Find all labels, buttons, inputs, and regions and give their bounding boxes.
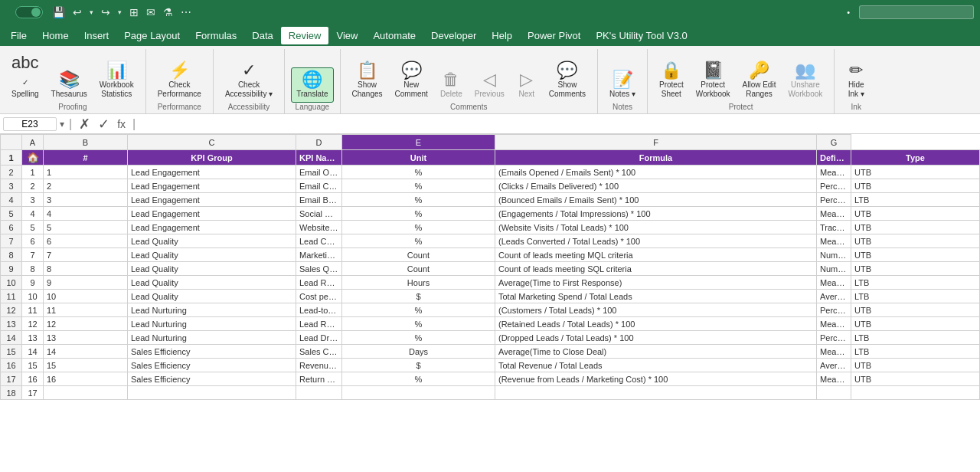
cell-A4[interactable]: 3 <box>22 193 44 207</box>
cell-C5[interactable]: Lead Engagement <box>128 207 296 221</box>
cell-C6[interactable]: Lead Engagement <box>128 221 296 234</box>
cell-A7[interactable]: 6 <box>22 234 44 248</box>
cell-B13[interactable]: 12 <box>44 317 128 331</box>
undo-dropdown-icon[interactable]: ▾ <box>87 7 96 18</box>
save-icon[interactable]: 💾 <box>49 5 68 20</box>
header-cell-3[interactable]: Unit <box>342 150 495 166</box>
spelling-button[interactable]: abc✓ Spelling <box>6 51 44 103</box>
cell-H15[interactable]: LTB <box>851 345 980 359</box>
redo-dropdown-icon[interactable]: ▾ <box>115 7 125 18</box>
menu-automate[interactable]: Automate <box>365 27 423 44</box>
cell-D8[interactable]: Marketing Qualified Leads (MQL) <box>296 248 342 262</box>
cell-G2[interactable]: Measures the percentage of recipients wh… <box>817 166 851 179</box>
header-cell-0[interactable]: # <box>44 150 128 166</box>
cell-G12[interactable]: Percentage of nurtured leads that become… <box>817 303 851 317</box>
cell-E17[interactable]: % <box>342 372 495 386</box>
cell-H3[interactable]: UTB <box>851 179 980 193</box>
cell-H4[interactable]: LTB <box>851 193 980 207</box>
notes-button[interactable]: 📝 Notes ▾ <box>604 67 641 103</box>
protect-workbook-button[interactable]: 📓 Protect Workbook <box>691 58 736 103</box>
header-cell-2[interactable]: KPI Name <box>296 150 342 166</box>
menu-power-pivot[interactable]: Power Pivot <box>520 27 588 44</box>
cell-H18[interactable] <box>851 386 980 400</box>
next-comment-button[interactable]: ▷ Next <box>511 67 542 103</box>
delete-comment-button[interactable]: 🗑 Delete <box>435 67 468 103</box>
row-num-6[interactable]: 6 <box>1 221 22 234</box>
cell-A13[interactable]: 12 <box>22 317 44 331</box>
cell-A6[interactable]: 5 <box>22 221 44 234</box>
cell-C14[interactable]: Lead Nurturing <box>128 331 296 345</box>
cell-F5[interactable]: (Engagements / Total Impressions) * 100 <box>495 207 817 221</box>
col-header-c[interactable]: C <box>128 135 296 150</box>
cell-E8[interactable]: Count <box>342 248 495 262</box>
cell-D13[interactable]: Lead Retention Rate <box>296 317 342 331</box>
cell-D10[interactable]: Lead Response Time <box>296 276 342 290</box>
row-num-2[interactable]: 2 <box>1 166 22 179</box>
cell-C15[interactable]: Sales Efficiency <box>128 345 296 359</box>
row-num-header[interactable]: 1 <box>1 150 22 166</box>
cell-D16[interactable]: Revenue per Lead <box>296 359 342 372</box>
cell-D12[interactable]: Lead-to-Customer Conversion <box>296 303 342 317</box>
cell-B11[interactable]: 10 <box>44 290 128 303</box>
cell-G13[interactable]: Measures how many nurtured leads stay en… <box>817 317 851 331</box>
cell-C4[interactable]: Lead Engagement <box>128 193 296 207</box>
cell-F15[interactable]: Average(Time to Close Deal) <box>495 345 817 359</box>
cell-D9[interactable]: Sales Qualified Leads (SQL) <box>296 262 342 276</box>
cell-E4[interactable]: % <box>342 193 495 207</box>
show-comments-button[interactable]: 💬 Show Comments <box>544 58 591 103</box>
cell-reference[interactable] <box>3 117 57 131</box>
menu-view[interactable]: View <box>328 27 365 44</box>
more-icon[interactable]: ⋯ <box>178 5 194 20</box>
cell-A2[interactable]: 1 <box>22 166 44 179</box>
menu-help[interactable]: Help <box>484 27 520 44</box>
cell-G8[interactable]: Number of leads that meet predefined qua… <box>817 248 851 262</box>
cell-A17[interactable]: 16 <box>22 372 44 386</box>
row-num-5[interactable]: 5 <box>1 207 22 221</box>
cell-F7[interactable]: (Leads Converted / Total Leads) * 100 <box>495 234 817 248</box>
row-num-15[interactable]: 15 <box>1 345 22 359</box>
cancel-formula-icon[interactable]: ✗ <box>77 116 93 133</box>
cell-F4[interactable]: (Bounced Emails / Emails Sent) * 100 <box>495 193 817 207</box>
cell-G17[interactable]: Measures the effectiveness of marketing … <box>817 372 851 386</box>
cell-D6[interactable]: Website Visit Rate <box>296 221 342 234</box>
cell-C12[interactable]: Lead Nurturing <box>128 303 296 317</box>
cell-E7[interactable]: % <box>342 234 495 248</box>
cell-G10[interactable]: Measures the average time taken to respo… <box>817 276 851 290</box>
cell-B5[interactable]: 4 <box>44 207 128 221</box>
cell-D7[interactable]: Lead Conversion Rate <box>296 234 342 248</box>
cell-B4[interactable]: 3 <box>44 193 128 207</box>
cell-H8[interactable]: UTB <box>851 248 980 262</box>
cell-G5[interactable]: Measures audience interaction (likes, sh… <box>817 207 851 221</box>
col-header-e[interactable]: E <box>342 135 495 150</box>
cell-G7[interactable]: Measures the percentage of leads that tu… <box>817 234 851 248</box>
cell-D15[interactable]: Sales Cycle Length <box>296 345 342 359</box>
cell-H2[interactable]: UTB <box>851 166 980 179</box>
cell-F17[interactable]: (Revenue from Leads / Marketing Cost) * … <box>495 372 817 386</box>
grid-icon[interactable]: ⊞ <box>126 5 142 20</box>
menu-page-layout[interactable]: Page Layout <box>116 27 188 44</box>
cell-B18[interactable] <box>44 386 128 400</box>
workbook-statistics-button[interactable]: 📊 Workbook Statistics <box>94 58 139 103</box>
cell-A3[interactable]: 2 <box>22 179 44 193</box>
row-num-7[interactable]: 7 <box>1 234 22 248</box>
autosave-toggle[interactable] <box>15 6 43 18</box>
cell-B14[interactable]: 13 <box>44 331 128 345</box>
row-num-3[interactable]: 3 <box>1 179 22 193</box>
cell-A11[interactable]: 10 <box>22 290 44 303</box>
menu-insert[interactable]: Insert <box>77 27 117 44</box>
cell-B8[interactable]: 7 <box>44 248 128 262</box>
row-num-16[interactable]: 16 <box>1 359 22 372</box>
cell-C2[interactable]: Lead Engagement <box>128 166 296 179</box>
cell-G4[interactable]: Percentage of emails that were not deliv… <box>817 193 851 207</box>
cell-G9[interactable]: Number of leads ready for direct sales c… <box>817 262 851 276</box>
cell-C8[interactable]: Lead Quality <box>128 248 296 262</box>
cell-G3[interactable]: Percentage of recipients who clicked a l… <box>817 179 851 193</box>
cell-A16[interactable]: 15 <box>22 359 44 372</box>
cell-H5[interactable]: UTB <box>851 207 980 221</box>
confirm-formula-icon[interactable]: ✓ <box>96 116 112 133</box>
row-num-8[interactable]: 8 <box>1 248 22 262</box>
function-icon[interactable]: fx <box>115 118 128 130</box>
cell-B6[interactable]: 5 <box>44 221 128 234</box>
check-accessibility-button[interactable]: ✓ Check Accessibility ▾ <box>220 58 278 103</box>
menu-file[interactable]: File <box>3 27 34 44</box>
